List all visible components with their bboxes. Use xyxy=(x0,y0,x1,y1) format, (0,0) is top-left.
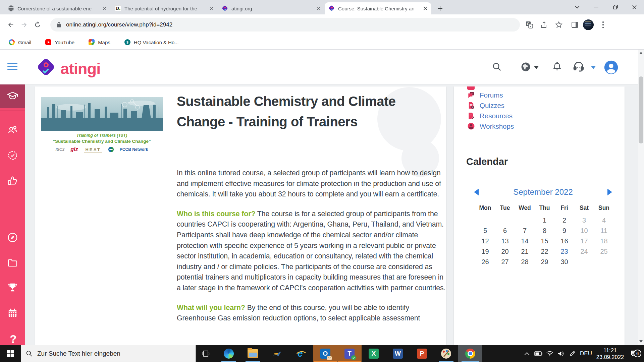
atingi-logo-icon[interactable] xyxy=(36,57,56,77)
clock[interactable]: 11:21 23.09.2022 xyxy=(594,347,627,360)
compass-icon[interactable] xyxy=(7,232,18,243)
bookmark-youtube[interactable]: YouTube xyxy=(45,39,74,45)
scrollbar-thumb[interactable] xyxy=(639,76,643,143)
calendar-date[interactable]: 1 xyxy=(535,217,554,227)
atingi-wordmark[interactable]: atingi xyxy=(60,59,100,78)
calendar-date[interactable]: 13 xyxy=(495,237,515,248)
pen-icon[interactable] xyxy=(567,345,578,362)
nav-workshops[interactable]: Workshops xyxy=(467,121,514,131)
calendar-date[interactable]: 18 xyxy=(594,237,614,248)
support-headset-icon[interactable] xyxy=(572,60,585,74)
calendar-date[interactable]: 30 xyxy=(554,258,574,268)
calendar-date[interactable]: 10 xyxy=(574,227,594,237)
browser-menu-icon[interactable] xyxy=(597,19,609,31)
close-window-button[interactable] xyxy=(625,0,644,14)
taskbar-chrome-active[interactable] xyxy=(458,345,482,362)
notifications-bell-icon[interactable] xyxy=(552,62,562,73)
tab-hydrogen[interactable]: D The potential of hydrogen for the xyxy=(111,2,218,14)
tab-cornerstone[interactable]: Cornerstone of a sustainable ene xyxy=(4,2,111,14)
nav-resources[interactable]: Resources xyxy=(467,111,513,121)
address-bar[interactable]: online.atingi.org/course/view.php?id=294… xyxy=(50,18,520,32)
hamburger-menu-icon[interactable] xyxy=(7,62,19,72)
task-view-button[interactable] xyxy=(196,345,217,362)
participants-icon[interactable] xyxy=(7,124,18,135)
taskbar-excel[interactable]: X xyxy=(362,345,386,362)
bookmark-maps[interactable]: Maps xyxy=(89,39,110,45)
calendar-date[interactable]: 28 xyxy=(515,258,535,268)
wifi-icon[interactable] xyxy=(544,345,555,362)
restore-button[interactable] xyxy=(606,0,625,14)
calendar-date[interactable]: 14 xyxy=(515,237,535,248)
browser-profile-avatar[interactable] xyxy=(583,19,594,30)
calendar-date[interactable]: 25 xyxy=(594,248,614,258)
calendar-date[interactable]: 24 xyxy=(574,248,594,258)
translate-icon[interactable]: Gx xyxy=(523,19,535,31)
minimize-button[interactable] xyxy=(587,0,606,14)
battery-icon[interactable] xyxy=(533,345,544,362)
back-button[interactable] xyxy=(4,18,17,32)
calendar-date[interactable]: 7 xyxy=(515,227,535,237)
calendar-date[interactable]: 22 xyxy=(535,248,554,258)
calendar-date[interactable]: 11 xyxy=(594,227,614,237)
tray-chevron-up-icon[interactable] xyxy=(521,345,533,362)
taskbar-word[interactable]: W xyxy=(386,345,410,362)
taskbar-search-box[interactable]: Zur Suche Text hier eingeben xyxy=(21,345,196,362)
scroll-down-icon[interactable] xyxy=(639,340,643,343)
taskbar-outlook[interactable]: O xyxy=(313,345,337,362)
calendar-date[interactable]: 20 xyxy=(495,248,515,258)
search-icon[interactable] xyxy=(492,62,502,73)
language-globe-icon[interactable] xyxy=(521,62,531,73)
taskbar-paint[interactable] xyxy=(434,345,458,362)
calendar-rail-icon[interactable] xyxy=(7,307,18,318)
folder-icon[interactable] xyxy=(7,257,18,268)
calendar-month-label[interactable]: September 2022 xyxy=(513,187,573,197)
taskbar-edge[interactable] xyxy=(217,345,241,362)
tab-close-icon[interactable] xyxy=(315,5,322,12)
bookmark-gmail[interactable]: Gmail xyxy=(9,39,31,45)
forward-button[interactable] xyxy=(17,18,31,32)
support-caret-icon[interactable] xyxy=(591,66,596,69)
taskbar-app-blue-yellow[interactable] xyxy=(265,345,289,362)
thumbs-up-icon[interactable] xyxy=(7,175,18,186)
calendar-date[interactable]: 17 xyxy=(574,237,594,248)
trophy-icon[interactable] xyxy=(7,282,18,293)
calendar-next-icon[interactable] xyxy=(607,189,612,195)
volume-icon[interactable] xyxy=(555,345,567,362)
taskbar-teams[interactable]: T xyxy=(337,345,362,362)
tab-close-icon[interactable] xyxy=(101,5,108,12)
bookmark-hq-vacation[interactable]: sHQ Vacation & Ho... xyxy=(124,39,179,45)
calendar-date[interactable]: 9 xyxy=(554,227,574,237)
side-panel-icon[interactable] xyxy=(569,19,581,31)
calendar-date[interactable]: 15 xyxy=(535,237,554,248)
language-caret-icon[interactable] xyxy=(534,66,539,69)
help-icon[interactable]: ? xyxy=(7,333,18,344)
calendar-date[interactable]: 16 xyxy=(554,237,574,248)
calendar-date[interactable]: 29 xyxy=(535,258,554,268)
taskbar-internet-explorer[interactable]: e xyxy=(289,345,313,362)
tab-atingi-org[interactable]: atingi.org xyxy=(218,2,325,14)
page-scrollbar[interactable] xyxy=(638,50,644,345)
share-icon[interactable] xyxy=(538,19,550,31)
scroll-up-icon[interactable] xyxy=(639,52,643,54)
nav-quizzes[interactable]: ? Quizzes xyxy=(467,100,504,111)
calendar-date[interactable]: 3 xyxy=(574,217,594,227)
calendar-date[interactable]: 12 xyxy=(475,237,495,248)
calendar-date[interactable]: 4 xyxy=(594,217,614,227)
badges-icon[interactable] xyxy=(7,150,18,161)
calendar-date-today[interactable]: 23 xyxy=(554,248,574,258)
graduation-cap-icon[interactable] xyxy=(7,90,18,102)
calendar-date[interactable]: 26 xyxy=(475,258,495,268)
language-indicator[interactable]: DEU xyxy=(578,350,594,357)
tab-search-chevron-icon[interactable] xyxy=(568,0,587,14)
nav-forums[interactable]: Forums xyxy=(467,90,503,100)
taskbar-powerpoint[interactable]: P xyxy=(410,345,434,362)
calendar-date[interactable]: 2 xyxy=(554,217,574,227)
start-button[interactable] xyxy=(0,345,21,362)
calendar-date[interactable]: 21 xyxy=(515,248,535,258)
taskbar-file-explorer[interactable] xyxy=(241,345,265,362)
calendar-date[interactable]: 19 xyxy=(475,248,495,258)
action-center-button[interactable]: 6 xyxy=(627,345,642,362)
tab-close-icon[interactable] xyxy=(208,5,215,12)
tab-close-icon[interactable] xyxy=(422,5,429,12)
calendar-date[interactable]: 8 xyxy=(535,227,554,237)
